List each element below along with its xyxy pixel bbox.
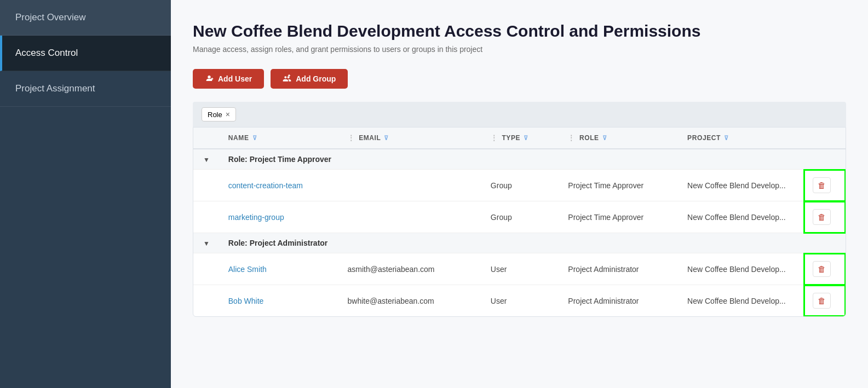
add-group-icon bbox=[283, 74, 291, 83]
table-container: NAME ⊽ ⋮ EMAIL ⊽ ⋮ T bbox=[193, 127, 846, 317]
row-name-link[interactable]: marketing-group bbox=[228, 213, 284, 222]
email-drag-handle: ⋮ bbox=[348, 134, 355, 142]
add-user-button[interactable]: Add User bbox=[193, 69, 264, 89]
th-type: ⋮ TYPE ⊽ bbox=[482, 128, 560, 149]
row-project-cell: New Coffee Blend Develop... bbox=[679, 285, 804, 317]
group-expand-cell[interactable]: ▼ bbox=[193, 233, 220, 253]
row-name-cell: Bob White bbox=[220, 285, 339, 317]
row-type-cell: User bbox=[482, 285, 560, 317]
table-row: content-creation-team Group Project Time… bbox=[193, 170, 846, 201]
th-checkbox bbox=[193, 128, 220, 149]
role-filter-icon[interactable]: ⊽ bbox=[602, 135, 607, 142]
row-project-cell: New Coffee Blend Develop... bbox=[679, 201, 804, 233]
filter-close-button[interactable]: × bbox=[226, 110, 230, 119]
sidebar: Project Overview Access Control Project … bbox=[0, 0, 171, 388]
type-filter-icon[interactable]: ⊽ bbox=[524, 135, 528, 142]
row-checkbox-cell bbox=[193, 285, 220, 317]
row-actions-cell: 🗑 bbox=[804, 170, 846, 201]
row-name-link[interactable]: content-creation-team bbox=[228, 181, 303, 190]
row-name-link[interactable]: Alice Smith bbox=[228, 265, 267, 274]
group-row: ▼ Role: Project Administrator bbox=[193, 233, 846, 253]
th-name: NAME ⊽ bbox=[220, 128, 339, 149]
row-role-cell: Project Administrator bbox=[559, 285, 679, 317]
group-label: Role: Project Time Approver bbox=[220, 149, 846, 170]
email-filter-icon[interactable]: ⊽ bbox=[384, 135, 389, 142]
row-type-cell: User bbox=[482, 253, 560, 285]
th-project: PROJECT ⊽ bbox=[679, 128, 804, 149]
type-drag-handle: ⋮ bbox=[491, 134, 498, 142]
row-email-cell: bwhite@asteriabean.com bbox=[339, 285, 482, 317]
row-email-cell bbox=[339, 170, 482, 201]
row-checkbox-cell bbox=[193, 253, 220, 285]
page-subtitle: Manage access, assign roles, and grant p… bbox=[193, 45, 846, 54]
delete-button[interactable]: 🗑 bbox=[813, 293, 831, 309]
delete-button[interactable]: 🗑 bbox=[813, 261, 831, 277]
actions-row: Add User Add Group bbox=[193, 69, 846, 89]
row-name-cell: content-creation-team bbox=[220, 170, 339, 201]
row-type-cell: Group bbox=[482, 201, 560, 233]
filter-tag-role: Role × bbox=[202, 107, 236, 121]
expand-icon: ▼ bbox=[203, 156, 210, 164]
row-type-cell: Group bbox=[482, 170, 560, 201]
role-drag-handle: ⋮ bbox=[568, 134, 575, 142]
row-email-cell: asmith@asteriabean.com bbox=[339, 253, 482, 285]
row-actions-cell: 🗑 bbox=[804, 253, 846, 285]
group-row: ▼ Role: Project Time Approver bbox=[193, 149, 846, 170]
th-actions bbox=[804, 128, 846, 149]
row-actions-cell: 🗑 bbox=[804, 285, 846, 317]
row-role-cell: Project Time Approver bbox=[559, 201, 679, 233]
table-row: marketing-group Group Project Time Appro… bbox=[193, 201, 846, 233]
row-name-link[interactable]: Bob White bbox=[228, 297, 264, 305]
table-row: Bob White bwhite@asteriabean.com User Pr… bbox=[193, 285, 846, 317]
add-group-button[interactable]: Add Group bbox=[271, 69, 348, 89]
sidebar-item-project-overview[interactable]: Project Overview bbox=[0, 0, 171, 36]
sidebar-item-access-control[interactable]: Access Control bbox=[0, 36, 171, 71]
delete-icon: 🗑 bbox=[818, 264, 826, 274]
delete-icon: 🗑 bbox=[818, 296, 826, 305]
row-role-cell: Project Time Approver bbox=[559, 170, 679, 201]
expand-icon: ▼ bbox=[203, 240, 210, 247]
delete-icon: 🗑 bbox=[818, 181, 826, 190]
row-actions-cell: 🗑 bbox=[804, 201, 846, 233]
row-name-cell: Alice Smith bbox=[220, 253, 339, 285]
row-checkbox-cell bbox=[193, 201, 220, 233]
row-project-cell: New Coffee Blend Develop... bbox=[679, 253, 804, 285]
project-filter-icon[interactable]: ⊽ bbox=[724, 135, 729, 142]
sidebar-item-project-assignment[interactable]: Project Assignment bbox=[0, 71, 171, 107]
table-row: Alice Smith asmith@asteriabean.com User … bbox=[193, 253, 846, 285]
row-email-cell bbox=[339, 201, 482, 233]
group-expand-cell[interactable]: ▼ bbox=[193, 149, 220, 170]
row-name-cell: marketing-group bbox=[220, 201, 339, 233]
filter-bar: Role × bbox=[193, 102, 846, 127]
th-role: ⋮ ROLE ⊽ bbox=[559, 128, 679, 149]
access-table: NAME ⊽ ⋮ EMAIL ⊽ ⋮ T bbox=[193, 128, 846, 316]
main-content: New Coffee Blend Development Access Cont… bbox=[171, 0, 868, 388]
name-filter-icon[interactable]: ⊽ bbox=[252, 135, 257, 142]
delete-button[interactable]: 🗑 bbox=[813, 209, 831, 225]
table-body: ▼ Role: Project Time Approver content-cr… bbox=[193, 149, 846, 316]
add-user-icon bbox=[205, 74, 214, 83]
delete-button[interactable]: 🗑 bbox=[813, 177, 831, 193]
delete-icon: 🗑 bbox=[818, 212, 826, 222]
row-project-cell: New Coffee Blend Develop... bbox=[679, 170, 804, 201]
row-checkbox-cell bbox=[193, 170, 220, 201]
row-role-cell: Project Administrator bbox=[559, 253, 679, 285]
group-label: Role: Project Administrator bbox=[220, 233, 846, 253]
th-email: ⋮ EMAIL ⊽ bbox=[339, 128, 482, 149]
table-header-row: NAME ⊽ ⋮ EMAIL ⊽ ⋮ T bbox=[193, 128, 846, 149]
page-title: New Coffee Blend Development Access Cont… bbox=[193, 22, 846, 40]
